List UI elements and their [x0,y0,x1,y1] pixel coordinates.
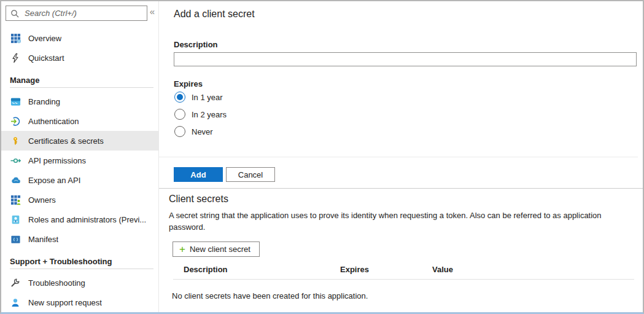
cancel-button[interactable]: Cancel [226,167,275,182]
client-secrets-description: A secret string that the application use… [169,210,614,234]
column-header-description: Description [184,265,340,274]
cloud-icon [10,175,21,186]
manifest-icon [10,234,21,245]
add-client-secret-panel: Add a client secret Description Expires … [159,1,643,189]
search-box [6,6,147,21]
lightning-icon [10,52,21,63]
plus-icon: + [179,244,185,254]
sidebar-nav: Overview Quickstart Manage [1,21,158,312]
radio-option-never[interactable]: Never [174,123,638,140]
new-client-secret-button[interactable]: + New client secret [173,241,260,257]
sidebar-item-label: New support request [21,298,102,307]
radio-option-in-1-year[interactable]: In 1 year [174,88,638,106]
sidebar-item-expose-an-api[interactable]: Expose an API [1,170,158,190]
client-secrets-section: Client secrets A secret string that the … [159,189,643,312]
radio-label: Never [185,127,213,136]
radio-button [174,126,185,137]
sidebar-item-new-support-request[interactable]: New support request [1,292,158,312]
sidebar-item-label: Certificates & secrets [21,136,104,146]
sidebar-search-row: « [1,1,158,21]
sidebar-section-manage: Manage [1,68,158,86]
main-content: Add a client secret Description Expires … [159,1,643,312]
sidebar-item-certificates-secrets[interactable]: Certificates & secrets [1,131,158,151]
secrets-table-header: Description Expires Value [169,265,634,274]
expires-label: Expires [174,79,638,88]
sidebar-item-label: Authentication [21,117,79,126]
roles-badge-icon [10,214,21,225]
sidebar-item-label: Troubleshooting [21,278,85,288]
description-label: Description [174,40,638,49]
authentication-icon [10,116,21,127]
column-header-expires: Expires [340,265,432,274]
sidebar-item-label: Quickstart [21,53,64,63]
column-header-value: Value [432,265,634,274]
new-client-secret-label: New client secret [190,245,250,254]
sidebar-item-label: API permissions [21,156,86,165]
panel-title: Add a client secret [174,9,638,20]
sidebar-item-roles-administrators[interactable]: Roles and administrators (Previ... [1,210,158,229]
panel-actions: Add Cancel [174,157,638,188]
sidebar-item-label: Owners [21,195,56,205]
support-person-icon [10,297,21,308]
api-permissions-icon [10,155,21,166]
radio-button [174,92,185,103]
sidebar-item-label: Overview [21,34,61,43]
owners-grid-person-icon [10,194,21,205]
radio-label: In 1 year [185,93,223,102]
wrench-icon [10,277,21,288]
app-window: « Overview [0,0,644,314]
branding-icon [10,96,21,107]
search-input[interactable] [20,9,143,18]
sidebar-item-label: Roles and administrators (Previ... [21,215,146,224]
sidebar-item-manifest[interactable]: Manifest [1,229,158,249]
sidebar-item-quickstart[interactable]: Quickstart [1,48,158,68]
add-button[interactable]: Add [174,167,223,182]
sidebar-item-label: Branding [21,97,60,106]
empty-table-message: No client secrets have been created for … [172,291,634,300]
sidebar-item-label: Manifest [21,235,58,244]
sidebar-item-troubleshooting[interactable]: Troubleshooting [1,273,158,292]
radio-option-in-2-years[interactable]: In 2 years [174,106,638,123]
sidebar: « Overview [1,1,159,312]
sidebar-item-overview[interactable]: Overview [1,28,158,48]
key-icon [10,135,21,146]
client-secrets-title: Client secrets [169,194,634,205]
radio-button [174,109,185,120]
table-header-divider [173,279,634,280]
sidebar-item-owners[interactable]: Owners [1,190,158,210]
sidebar-item-label: Expose an API [21,176,80,185]
sidebar-item-api-permissions[interactable]: API permissions [1,151,158,170]
collapse-sidebar-button[interactable]: « [147,6,157,17]
section-divider [10,269,153,269]
overview-grid-icon [10,33,21,44]
section-divider [10,87,153,88]
sidebar-item-authentication[interactable]: Authentication [1,111,158,131]
sidebar-item-branding[interactable]: Branding [1,92,158,111]
radio-label: In 2 years [185,110,227,119]
description-input[interactable] [174,52,637,66]
search-icon [10,9,20,18]
sidebar-section-support: Support + Troubleshooting [1,249,158,267]
